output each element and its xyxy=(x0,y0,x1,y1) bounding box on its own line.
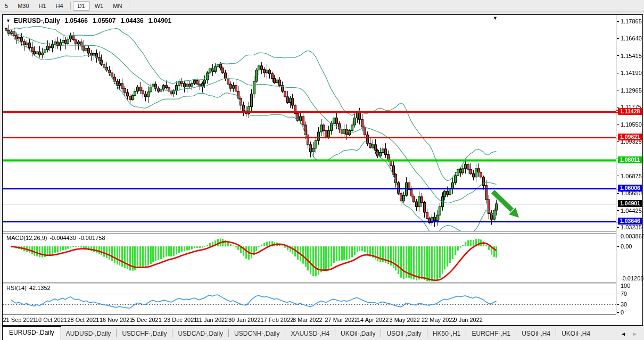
macd-tick-label: 0.00 xyxy=(621,243,632,250)
macd-tick-label: 0.003865 xyxy=(621,233,644,239)
tab-separator xyxy=(556,329,556,337)
price-tick xyxy=(617,176,619,176)
tab-separator xyxy=(466,329,466,337)
rsi-tick xyxy=(617,304,619,305)
tab-eurusd-daily[interactable]: EURUSD-,Daily xyxy=(2,326,61,340)
period-button-w1[interactable]: W1 xyxy=(90,1,109,11)
price-tick xyxy=(617,141,619,142)
chart-title: ▼ EURUSD-,Daily 1.05466 1.05507 1.04436 … xyxy=(6,17,171,24)
hline-price-badge: 1.08011 xyxy=(618,156,642,163)
tab-usdcnh-daily[interactable]: USDCNH-,Daily xyxy=(229,328,284,340)
chart-dropdown-icon[interactable]: ▼ xyxy=(6,18,11,23)
hline-price-badge: 1.06006 xyxy=(618,185,642,192)
tab-usdcad-daily[interactable]: USDCAD-,Daily xyxy=(173,328,228,340)
tab-separator xyxy=(427,329,427,337)
tab-separator xyxy=(228,329,229,337)
tab-eurchf-h1[interactable]: EURCHF-,H1 xyxy=(467,328,515,340)
price-tick xyxy=(617,210,619,211)
ohlc-high: 1.05507 xyxy=(93,17,115,24)
hline-anchor-handle[interactable] xyxy=(616,220,618,222)
period-button-d1[interactable]: D1 xyxy=(73,1,90,11)
period-button-h1[interactable]: H1 xyxy=(34,1,51,11)
date-axis: 21 Sep 202110 Oct 202128 Oct 202116 Nov … xyxy=(3,314,616,325)
period-button-m30[interactable]: M30 xyxy=(13,1,34,11)
date-tick-label: 11 Jan 2022 xyxy=(196,317,228,323)
price-tick xyxy=(617,21,619,22)
rsi-value: 42.1352 xyxy=(29,285,51,291)
date-tick-label: 30 Jan 2022 xyxy=(228,317,261,323)
price-tick-label: 1.15415 xyxy=(621,53,642,59)
hline-price-badge: 1.11428 xyxy=(618,108,642,115)
rsi-tick-label: 70 xyxy=(621,291,627,297)
price-tick-label: 1.16640 xyxy=(621,35,642,42)
price-tick-label: 1.17865 xyxy=(621,18,642,24)
price-chart-canvas[interactable] xyxy=(3,15,616,325)
date-tick-label: 22 May 2022 xyxy=(422,317,456,323)
price-tick-label: 1.10550 xyxy=(621,121,642,128)
tab-separator xyxy=(335,329,335,337)
tab-separator xyxy=(285,329,285,337)
date-tick-label: 28 Oct 2021 xyxy=(68,317,100,323)
price-tick-label: 1.14190 xyxy=(621,70,642,76)
price-tick-label: 1.03235 xyxy=(621,224,642,230)
hline-anchor-handle[interactable] xyxy=(616,159,618,161)
ohlc-close: 1.04901 xyxy=(148,17,171,24)
tab-separator xyxy=(516,329,516,337)
date-tick-label: 9 Jun 2022 xyxy=(454,317,483,323)
tab-xauusd-h4[interactable]: XAUUSD-,H4 xyxy=(286,328,334,340)
tab-scroll-left-icon[interactable]: ◄ xyxy=(621,331,626,337)
macd-tick xyxy=(617,278,619,278)
date-tick-label: 27 Mar 2022 xyxy=(325,317,358,323)
period-button-5[interactable]: 5 xyxy=(0,1,13,11)
tab-scroll-controls: ◄► xyxy=(621,331,644,340)
chart-window: ▼ EURUSD-,Daily 1.05466 1.05507 1.04436 … xyxy=(2,14,643,326)
tab-usoil-daily[interactable]: USOil-,Daily xyxy=(382,328,426,340)
price-tick-label: 1.06875 xyxy=(621,173,642,179)
tab-usoil-h4[interactable]: USOil-,H4 xyxy=(517,328,555,340)
symbol-tab-bar: EURUSD-,DailyAUDUSD-,DailyUSDCHF-,DailyU… xyxy=(0,326,644,340)
hline-price-badge: 1.03646 xyxy=(618,218,642,225)
macd-indicator-label: MACD(12,26,9)-0.004430-0.001758 xyxy=(6,235,108,241)
macd-tick xyxy=(617,246,619,247)
ohlc-open: 1.05466 xyxy=(65,17,88,24)
hline-anchor-handle[interactable] xyxy=(616,110,618,113)
date-tick-label: 14 Apr 2022 xyxy=(357,317,389,323)
chart-shift-marker-icon[interactable]: ▼ xyxy=(493,15,498,21)
tab-ukoil-daily[interactable]: UKOil-,Daily xyxy=(336,328,380,340)
tab-separator xyxy=(381,329,381,337)
hline-price-badge: 1.09621 xyxy=(618,134,642,140)
price-tick xyxy=(617,90,619,90)
price-tick-label: 1.04425 xyxy=(621,208,642,214)
tab-hk50-h1[interactable]: HK50-,H1 xyxy=(428,328,466,340)
rsi-indicator-label: RSI(14)42.1352 xyxy=(6,285,53,291)
macd-signal-value: -0.001758 xyxy=(79,235,105,241)
macd-value: -0.004430 xyxy=(49,235,76,241)
rsi-tick-label: 30 xyxy=(621,301,627,308)
macd-tick-label: -0.01208 xyxy=(621,275,643,281)
period-button-h4[interactable]: H4 xyxy=(51,1,68,11)
hline-anchor-handle[interactable] xyxy=(616,136,618,138)
tab-audusd-daily[interactable]: AUDUSD-,Daily xyxy=(61,328,116,340)
ohlc-low: 1.04436 xyxy=(120,17,143,24)
price-tick-label: 1.12965 xyxy=(621,87,642,94)
price-tick xyxy=(617,55,619,56)
tab-usdchf-daily[interactable]: USDCHF-,Daily xyxy=(117,328,171,340)
rsi-name: RSI(14) xyxy=(6,285,27,291)
tab-ukoil-h4[interactable]: UKOil-,H4 xyxy=(557,328,595,340)
tab-separator xyxy=(116,329,117,337)
toolbar-separator xyxy=(129,2,129,10)
price-tick xyxy=(617,38,619,39)
rsi-tick xyxy=(617,294,619,294)
rsi-tick-label: 100 xyxy=(621,283,630,289)
chart-symbol-label: EURUSD-,Daily xyxy=(14,17,60,24)
date-tick-label: 10 Oct 2021 xyxy=(35,317,67,323)
period-button-mn[interactable]: MN xyxy=(108,1,127,11)
macd-tick xyxy=(617,236,619,236)
price-tick xyxy=(617,227,619,228)
tab-scroll-right-icon[interactable]: ► xyxy=(632,331,638,337)
current-price-badge: 1.04901 xyxy=(618,200,642,207)
hline-anchor-handle[interactable] xyxy=(616,187,618,189)
date-tick-label: 17 Feb 2022 xyxy=(261,317,294,323)
price-axis: 1.178651.166401.154151.141901.129651.117… xyxy=(617,15,642,325)
date-tick-label: 8 Mar 2022 xyxy=(293,317,323,323)
